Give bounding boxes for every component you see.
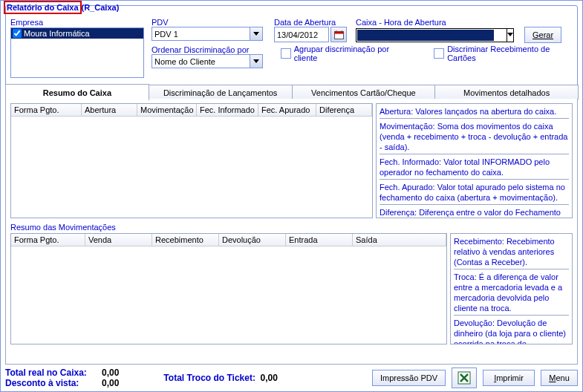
empresa-list-item[interactable]: Moura Informática <box>11 28 143 39</box>
caixa-dropdown-button[interactable] <box>507 29 513 42</box>
discriminar-label: Discriminar Recebimento de Cartões <box>447 45 577 62</box>
empresa-item-label: Moura Informática <box>24 29 90 38</box>
help-resumo: Abertura: Valores lançados na abertura d… <box>376 103 573 218</box>
menu-rest: enu <box>556 373 569 382</box>
pdv-value: PDV 1 <box>154 30 178 39</box>
ordenar-select[interactable]: Nome do Cliente <box>152 54 263 68</box>
grid2-col-forma[interactable]: Forma Pgto. <box>11 234 85 246</box>
desconto-value: 0,00 <box>102 378 119 388</box>
tab-resumo[interactable]: Resumo do Caixa <box>5 84 149 100</box>
help-line: Troca: É a diferença de valor entre a me… <box>454 272 569 313</box>
grid1-col-dif[interactable]: Diferença <box>316 104 372 117</box>
impressao-pdv-button[interactable]: Impressão PDV <box>372 370 446 386</box>
ordenar-dropdown-button[interactable] <box>250 55 262 68</box>
grid1-col-abertura[interactable]: Abertura <box>82 104 137 117</box>
empresa-label: Empresa <box>10 18 144 27</box>
total-real-label: Total real no Caixa: <box>5 368 102 378</box>
excel-icon <box>457 371 471 385</box>
menu-button[interactable]: Menu <box>541 370 578 386</box>
grid2-col-entr[interactable]: Entrada <box>286 234 353 246</box>
tab-discriminacao-label: Discriminação de Lançamentos <box>163 88 277 97</box>
grid1-col-feci[interactable]: Fec. Informado <box>197 104 258 117</box>
calendar-button[interactable] <box>330 27 347 42</box>
grid2-col-devol[interactable]: Devolução <box>219 234 286 246</box>
desconto-label: Desconto à vista: <box>5 378 102 388</box>
empresa-checkbox[interactable] <box>13 29 22 38</box>
pdv-label: PDV <box>152 18 267 27</box>
discriminar-checkbox[interactable]: Discriminar Recebimento de Cartões <box>434 45 577 62</box>
grid2-col-venda[interactable]: Venda <box>85 234 152 246</box>
tab-discriminacao[interactable]: Discriminação de Lançamentos <box>149 85 293 99</box>
impressao-pdv-label: Impressão PDV <box>380 373 437 382</box>
pdv-select[interactable]: PDV 1 <box>152 27 263 41</box>
chevron-down-icon <box>507 33 513 36</box>
grid1-col-forma[interactable]: Forma Pgto. <box>11 104 82 117</box>
chevron-down-icon <box>253 32 259 36</box>
help-line: Recebimento: Recebimento relativo à vend… <box>454 236 569 267</box>
help-line: Abertura: Valores lançados na abertura d… <box>380 106 569 117</box>
gerar-button[interactable]: Gerar <box>524 27 561 43</box>
grid1-col-mov[interactable]: Movimentação <box>137 104 197 117</box>
help-line: Diferença: Diferença entre o valor do Fe… <box>380 207 569 218</box>
grid2-col-receb[interactable]: Recebimento <box>152 234 219 246</box>
help-movimentacoes: Recebimento: Recebimento relativo à vend… <box>450 233 573 344</box>
imprimir-button[interactable]: Imprimir <box>483 370 535 386</box>
tab-movimentos-label: Movimentos detalhados <box>463 88 550 97</box>
troco-block: Total Troco do Ticket: 0,00 <box>163 373 278 383</box>
empresa-list[interactable]: Moura Informática <box>10 27 144 78</box>
agrupar-checkbox[interactable]: Agrupar discriminação por cliente <box>281 45 411 62</box>
help-line: Movimentação: Soma dos movimentos do cai… <box>380 121 569 152</box>
troco-value: 0,00 <box>261 373 278 383</box>
resumo-grid[interactable]: Forma Pgto. Abertura Movimentação Fec. I… <box>10 103 373 218</box>
calendar-icon <box>334 30 344 39</box>
data-abertura-input[interactable]: 13/04/2012 <box>274 27 329 42</box>
tab-movimentos[interactable]: Movimentos detalhados <box>434 85 579 99</box>
help-line: Devolução: Devolução de dinheiro (da loj… <box>454 318 569 344</box>
grid2-col-saida[interactable]: Saída <box>353 234 446 246</box>
caixa-select[interactable] <box>356 28 514 42</box>
resumo-mov-title: Resumo das Movimentações <box>10 223 573 232</box>
ordenar-label: Ordenar Discriminação por <box>152 45 267 54</box>
data-abertura-value: 13/04/2012 <box>277 30 318 39</box>
gerar-label: Gerar <box>532 30 553 39</box>
movimentacoes-grid[interactable]: Forma Pgto. Venda Recebimento Devolução … <box>10 233 447 344</box>
tab-vencimentos[interactable]: Vencimentos Cartão/Cheque <box>292 85 436 99</box>
tab-vencimentos-label: Vencimentos Cartão/Cheque <box>311 88 416 97</box>
agrupar-label: Agrupar discriminação por cliente <box>294 45 412 62</box>
total-real-value: 0,00 <box>102 368 119 378</box>
pdv-dropdown-button[interactable] <box>250 27 262 40</box>
export-excel-button[interactable] <box>452 368 477 388</box>
chevron-down-icon <box>253 59 259 63</box>
grid1-col-feca[interactable]: Fec. Apurado <box>258 104 316 117</box>
data-abertura-label: Data de Abertura <box>274 18 348 27</box>
page-title: Relatório do Caixa <box>4 1 82 14</box>
svg-rect-1 <box>334 31 343 33</box>
help-line: Fech. Informado: Valor total INFORMADO p… <box>380 157 569 177</box>
tab-resumo-label: Resumo do Caixa <box>43 88 111 97</box>
help-line: Fech. Apurado: Valor total apurado pelo … <box>380 182 569 203</box>
caixa-label: Caixa - Hora de Abertura <box>356 18 573 27</box>
page-title-suffix: (R_Caixa) <box>82 3 120 12</box>
troco-label: Total Troco do Ticket: <box>163 373 255 383</box>
ordenar-value: Nome do Cliente <box>154 57 215 66</box>
imprimir-rest: mprimir <box>496 373 524 382</box>
